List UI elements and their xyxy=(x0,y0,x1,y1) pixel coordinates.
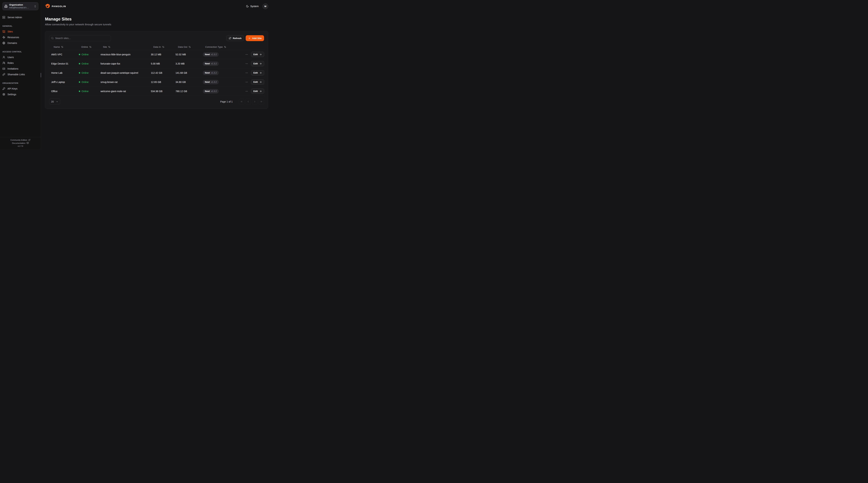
sidebar-item-server-admin[interactable]: Server Admin xyxy=(2,14,38,20)
connection-version: v1.3.2 xyxy=(211,72,217,74)
book-open-icon xyxy=(27,142,29,144)
site-id-cell: dead-san-joaquin-antelope-squirrel xyxy=(98,68,149,77)
sort-icon xyxy=(162,46,164,48)
pangolin-logo-icon xyxy=(45,4,50,9)
data-in-cell: 112.42 GB xyxy=(149,68,174,77)
main-area: PANGOLIN System M Manage Sites Allow con… xyxy=(41,0,272,149)
column-label: Data In xyxy=(153,45,161,48)
sidebar-item-shareable-links[interactable]: Shareable Links xyxy=(2,71,38,77)
status-label: Online xyxy=(82,62,89,65)
sort-data-in-header[interactable]: Data In xyxy=(149,45,164,48)
sidebar-item-settings[interactable]: Settings xyxy=(2,91,38,97)
connection-type-cell: Newtv1.3.2 xyxy=(201,68,243,77)
documentation-link[interactable]: Documentation xyxy=(12,142,29,144)
sidebar-item-roles[interactable]: Roles xyxy=(2,60,38,66)
edit-button[interactable]: Edit xyxy=(251,61,265,66)
sort-site-header[interactable]: Site xyxy=(98,45,111,48)
edit-label: Edit xyxy=(253,81,258,83)
edit-button[interactable]: Edit xyxy=(251,79,265,85)
actions-cell: Edit xyxy=(243,59,265,68)
topbar: PANGOLIN System M xyxy=(41,0,272,12)
page-subtitle: Allow connectivity to your network throu… xyxy=(45,23,268,26)
arrow-right-icon xyxy=(259,72,262,74)
page-size-value: 20 xyxy=(51,100,54,103)
arrow-right-icon xyxy=(259,81,262,83)
data-in-cell: 5.00 MB xyxy=(149,59,174,68)
sidebar-item-resources[interactable]: Resources xyxy=(2,34,38,40)
previous-page-button[interactable] xyxy=(245,99,251,105)
sidebar-item-label: Server Admin xyxy=(7,16,22,19)
org-subtitle: milo@fossorial.io's ... xyxy=(9,7,32,9)
online-dot-icon xyxy=(79,82,80,83)
edit-button[interactable]: Edit xyxy=(251,52,265,57)
last-page-button[interactable] xyxy=(259,99,264,105)
online-dot-icon xyxy=(79,63,80,64)
sidebar-resize-handle[interactable] xyxy=(41,73,41,77)
building-icon xyxy=(4,5,7,8)
sort-connection-type-header[interactable]: Connection Type xyxy=(201,45,226,48)
row-menu-button[interactable] xyxy=(245,89,249,93)
status-cell: Online xyxy=(77,77,98,87)
sidebar-item-users[interactable]: Users xyxy=(2,54,38,60)
chevrons-up-down-icon xyxy=(34,5,36,8)
data-in-cell: 534.98 GB xyxy=(149,87,174,96)
sidebar-item-domains[interactable]: Domains xyxy=(2,40,38,46)
sites-card: Refresh Add Site Name Online Site Data I… xyxy=(45,31,268,109)
site-id-cell: welcome-giant-mole-rat xyxy=(98,87,149,96)
table-header-row: Name Online Site Data In Data Out Connec… xyxy=(49,44,265,50)
sidebar-item-label: Sites xyxy=(7,30,13,33)
column-label: Data Out xyxy=(178,45,187,48)
section-label-organization: ORGANIZATION xyxy=(2,80,38,86)
status-label: Online xyxy=(82,53,89,56)
sidebar-item-invitations[interactable]: Invitations xyxy=(2,66,38,71)
brand-name: PANGOLIN xyxy=(52,5,66,8)
status-cell: Online xyxy=(77,68,98,77)
avatar-initial: M xyxy=(265,5,266,8)
page-header: Manage Sites Allow connectivity to your … xyxy=(41,12,272,26)
sort-name-header[interactable]: Name xyxy=(49,45,63,48)
connection-name: Newt xyxy=(205,81,210,83)
sidebar-item-label: Roles xyxy=(7,62,14,64)
row-menu-button[interactable] xyxy=(245,80,249,84)
search-icon xyxy=(51,37,54,39)
search-input[interactable] xyxy=(49,35,111,41)
first-page-button[interactable] xyxy=(239,99,244,105)
actions-cell: Edit xyxy=(243,68,265,77)
edit-button[interactable]: Edit xyxy=(251,70,265,75)
site-name-cell: Edge Device 01 xyxy=(49,59,77,68)
column-label: Name xyxy=(54,45,60,48)
row-menu-button[interactable] xyxy=(245,62,249,66)
page-size-select[interactable]: 20 xyxy=(49,99,60,104)
data-in-cell: 30.12 MB xyxy=(149,50,174,59)
next-page-button[interactable] xyxy=(252,99,257,105)
edit-button[interactable]: Edit xyxy=(251,89,265,94)
status-cell: Online xyxy=(77,87,98,96)
sidebar-item-label: Invitations xyxy=(7,67,19,70)
org-selector[interactable]: Organization milo@fossorial.io's ... xyxy=(2,2,38,10)
site-id-cell: smug-brown-rat xyxy=(98,77,149,87)
ellipsis-icon xyxy=(245,90,248,93)
sort-online-header[interactable]: Online xyxy=(77,45,92,48)
avatar[interactable]: M xyxy=(262,3,268,9)
add-site-button[interactable]: Add Site xyxy=(246,35,264,41)
arrow-right-icon xyxy=(259,90,262,93)
sidebar-item-api-keys[interactable]: API Keys xyxy=(2,86,38,91)
online-dot-icon xyxy=(79,54,80,55)
row-menu-button[interactable] xyxy=(245,53,249,57)
community-edition-link[interactable]: Community Edition xyxy=(10,139,30,141)
data-out-cell: 34.80 GB xyxy=(174,77,201,87)
page-title: Manage Sites xyxy=(45,17,268,22)
sidebar-item-label: Resources xyxy=(7,36,19,39)
sidebar-item-sites[interactable]: Sites xyxy=(2,29,38,34)
theme-toggle-button[interactable]: System xyxy=(246,5,259,8)
sort-icon xyxy=(61,46,63,48)
row-menu-button[interactable] xyxy=(245,71,249,75)
server-icon xyxy=(2,16,5,19)
combine-icon xyxy=(2,30,5,33)
app-version: v1.7.0 xyxy=(18,145,23,147)
refresh-button[interactable]: Refresh xyxy=(226,35,244,41)
chevrons-left-icon xyxy=(240,100,243,103)
connection-name: Newt xyxy=(205,62,210,65)
sort-data-out-header[interactable]: Data Out xyxy=(174,45,191,48)
theme-label: System xyxy=(250,5,259,8)
